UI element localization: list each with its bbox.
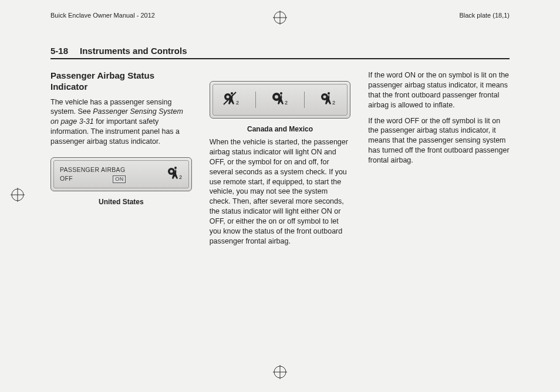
on-indicator-box: ON <box>113 175 126 183</box>
svg-point-15 <box>231 92 233 94</box>
column-2: 2 2 <box>210 70 351 252</box>
svg-text:2: 2 <box>332 100 335 106</box>
divider <box>255 92 256 108</box>
airbag-on-icon: 2 <box>318 90 338 109</box>
svg-point-24 <box>328 92 330 94</box>
svg-point-10 <box>170 170 173 173</box>
airbag-icon: 2 <box>270 90 290 109</box>
svg-text:2: 2 <box>236 100 239 106</box>
figure-us-indicator: PASSENGER AIRBAG OFF ON 2 <box>50 157 192 191</box>
chapter-title: Instruments and Controls <box>80 46 187 56</box>
indicator-line1: PASSENGER AIRBAG <box>60 165 159 174</box>
column-3: If the word ON or the on symbol is lit o… <box>368 70 510 252</box>
paragraph: The vehicle has a passenger sensing syst… <box>50 97 192 147</box>
divider <box>304 92 305 108</box>
crop-mark-bottom <box>273 365 287 381</box>
airbag-off-icon: 2 <box>222 90 242 109</box>
paragraph: If the word ON or the on symbol is lit o… <box>368 70 510 110</box>
svg-point-14 <box>226 96 229 99</box>
figure-caption-us: United States <box>50 197 192 207</box>
indicator-text: PASSENGER AIRBAG OFF ON <box>60 165 159 183</box>
manual-title: Buick Enclave Owner Manual - 2012 <box>50 12 155 19</box>
paragraph: When the vehicle is started, the passeng… <box>210 137 351 246</box>
indicator-line2: OFF <box>60 175 73 182</box>
section-heading: Passenger Airbag Status Indicator <box>50 70 192 93</box>
crop-mark-left <box>11 188 25 204</box>
plate-label: Black plate (18,1) <box>459 12 510 19</box>
paragraph: If the word OFF or the off symbol is lit… <box>368 116 510 165</box>
page-number: 5-18 <box>50 46 68 56</box>
svg-point-23 <box>323 96 326 99</box>
figure-caption-canada: Canada and Mexico <box>210 124 351 134</box>
svg-text:2: 2 <box>179 174 182 180</box>
svg-point-20 <box>280 92 282 94</box>
figure-canada-indicator: 2 2 <box>210 81 351 119</box>
page-header: 5-18 Instruments and Controls <box>50 46 510 59</box>
airbag-on-icon: 2 <box>165 165 183 183</box>
svg-text:2: 2 <box>285 100 288 106</box>
column-1: Passenger Airbag Status Indicator The ve… <box>50 70 192 252</box>
svg-point-19 <box>275 95 278 99</box>
svg-point-11 <box>174 167 177 169</box>
